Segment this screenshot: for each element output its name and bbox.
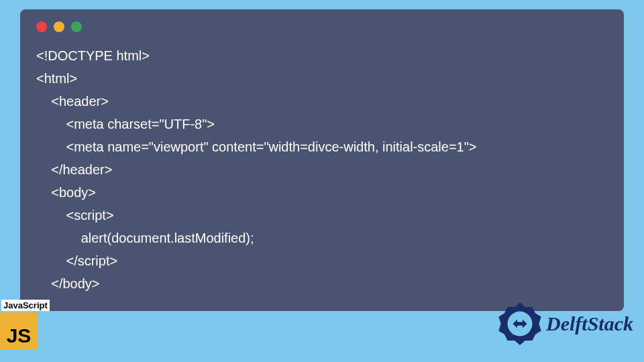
footer-left: JavaScript JS bbox=[0, 299, 50, 350]
close-icon[interactable] bbox=[36, 21, 47, 32]
js-badge-text: JS bbox=[7, 324, 32, 347]
delftstack-logo-icon bbox=[498, 302, 542, 346]
js-label: JavaScript bbox=[1, 300, 50, 311]
minimize-icon[interactable] bbox=[54, 21, 64, 32]
maximize-icon[interactable] bbox=[71, 21, 82, 32]
footer-right: DelftStack bbox=[498, 302, 633, 346]
traffic-lights bbox=[36, 21, 610, 32]
code-block: <!DOCTYPE html> <html> <header> <meta ch… bbox=[34, 44, 610, 295]
js-badge-icon: JS bbox=[0, 312, 38, 350]
code-window: <!DOCTYPE html> <html> <header> <meta ch… bbox=[20, 9, 624, 311]
brand-text: DelftStack bbox=[546, 312, 633, 335]
